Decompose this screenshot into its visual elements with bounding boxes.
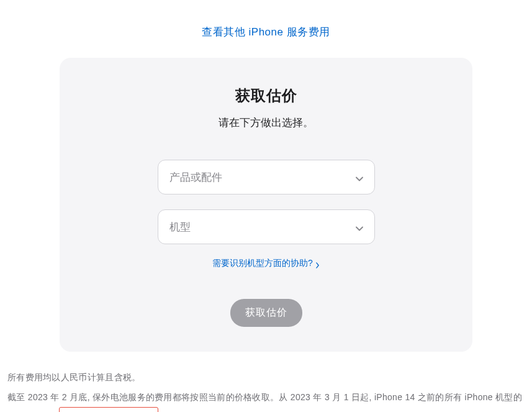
footer-line1: 所有费用均以人民币计算且含税。 [7,367,525,387]
help-identify-model-link[interactable]: 需要识别机型方面的协助? [212,258,320,269]
chevron-down-icon [356,173,363,181]
get-estimate-button[interactable]: 获取估价 [230,299,302,327]
view-other-services-link[interactable]: 查看其他 iPhone 服务费用 [202,26,330,38]
model-select-placeholder: 机型 [169,220,191,234]
card-title: 获取估价 [84,86,448,106]
model-select[interactable]: 机型 [158,209,375,244]
product-select-placeholder: 产品或配件 [169,170,222,185]
highlight-annotation [59,407,158,412]
footer-note: 所有费用均以人民币计算且含税。 截至 2023 年 2 月底, 保外电池服务的费… [6,367,526,412]
chevron-down-icon [356,223,363,231]
card-subtitle: 请在下方做出选择。 [84,116,448,130]
help-link-label: 需要识别机型方面的协助? [212,258,313,269]
estimate-card: 获取估价 请在下方做出选择。 产品或配件 机型 需要识别机型方面的协助? [60,58,472,352]
footer-line2: 截至 2023 年 2 月底, 保外电池服务的费用都将按照当前的价格收取。从 2… [7,387,525,412]
chevron-right-icon [315,260,320,267]
product-select[interactable]: 产品或配件 [158,160,375,195]
